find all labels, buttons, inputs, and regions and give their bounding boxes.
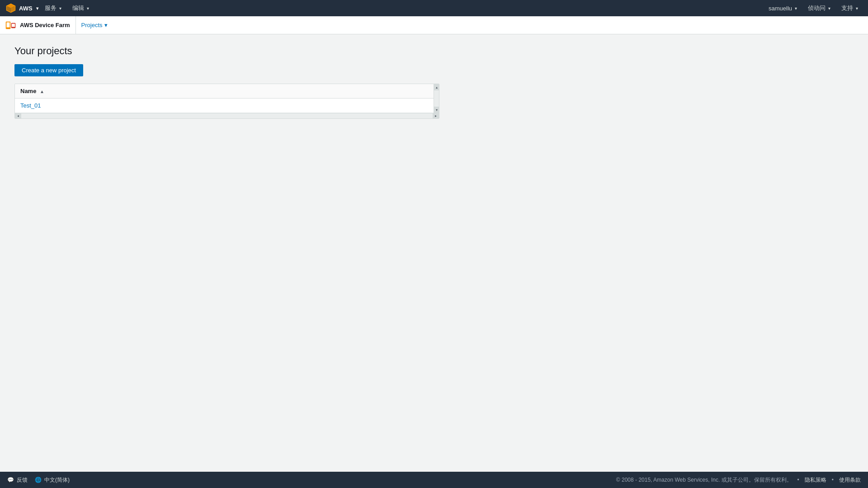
lang-label: 中文(简体) (44, 476, 70, 484)
feedback-button[interactable]: 💬 反馈 (7, 476, 28, 484)
services-menu[interactable]: 服务 ▾ (40, 0, 66, 16)
aws-home-link[interactable]: AWS ▾ (5, 3, 38, 14)
projects-table-inner: Name ▲ Test_01 (15, 84, 439, 113)
edit-label: 编辑 (72, 4, 84, 12)
notifications-menu[interactable]: 侦动问 ▾ (803, 0, 835, 16)
svg-rect-9 (12, 23, 15, 27)
aws-label: AWS (19, 5, 33, 12)
svg-rect-7 (7, 28, 9, 28)
device-farm-icon (5, 20, 16, 31)
scroll-up-button[interactable]: ▴ (434, 84, 439, 90)
services-chevron-icon: ▾ (59, 6, 61, 11)
table-body: Test_01 (15, 99, 439, 113)
scroll-right-button[interactable]: ▸ (433, 113, 439, 119)
breadcrumb-chevron-icon: ▾ (104, 22, 108, 28)
notifications-label: 侦动问 (808, 4, 826, 12)
svg-rect-6 (7, 22, 10, 27)
main-content: Your projects Create a new project Name … (0, 34, 868, 472)
user-label: samuellu (769, 5, 792, 12)
aws-chevron-icon: ▾ (36, 6, 38, 11)
top-nav-left: AWS ▾ 服务 ▾ 编辑 ▾ (5, 0, 94, 16)
secondary-navigation: AWS Device Farm Projects ▾ (0, 16, 868, 34)
brand-name: AWS Device Farm (20, 22, 70, 28)
language-selector[interactable]: 🌐 中文(简体) (35, 476, 70, 484)
horizontal-scrollbar: ◂ ▸ (15, 113, 439, 118)
breadcrumb-projects[interactable]: Projects ▾ (76, 16, 113, 34)
projects-table-container: Name ▲ Test_01 (14, 84, 439, 119)
footer: 💬 反馈 🌐 中文(简体) © 2008 - 2015, Amazon Web … (0, 472, 868, 488)
project-link[interactable]: Test_01 (20, 102, 41, 109)
edit-chevron-icon: ▾ (87, 6, 89, 11)
aws-logo-icon (5, 3, 16, 14)
notifications-chevron-icon: ▾ (828, 6, 830, 11)
user-menu[interactable]: samuellu ▾ (764, 0, 802, 16)
footer-left: 💬 反馈 🌐 中文(简体) (7, 476, 70, 484)
privacy-link[interactable]: 隐私策略 (805, 476, 826, 484)
table-header-row: Name ▲ (15, 84, 439, 99)
sort-asc-icon: ▲ (40, 89, 44, 94)
feedback-label: 反馈 (17, 476, 28, 484)
create-new-project-button[interactable]: Create a new project (14, 64, 83, 76)
footer-separator-2: • (832, 477, 834, 483)
table-row: Test_01 (15, 99, 439, 113)
copyright-text: © 2008 - 2015, Amazon Web Services, Inc.… (616, 476, 792, 484)
scroll-track-vertical (434, 90, 439, 107)
scroll-down-button[interactable]: ▾ (434, 107, 439, 113)
services-label: 服务 (45, 4, 57, 12)
vertical-scrollbar: ▴ ▾ (434, 84, 439, 113)
support-chevron-icon: ▾ (856, 6, 858, 11)
footer-right: © 2008 - 2015, Amazon Web Services, Inc.… (616, 476, 861, 484)
top-navigation: AWS ▾ 服务 ▾ 编辑 ▾ samuellu ▾ 侦动问 ▾ 支持 ▾ (0, 0, 868, 16)
support-menu[interactable]: 支持 ▾ (837, 0, 863, 16)
top-nav-right: samuellu ▾ 侦动问 ▾ 支持 ▾ (764, 0, 863, 16)
name-column-header[interactable]: Name ▲ (15, 84, 439, 99)
footer-separator-1: • (797, 477, 799, 483)
breadcrumb-label: Projects (81, 22, 103, 28)
scroll-thumb-area (21, 113, 433, 119)
support-label: 支持 (841, 4, 853, 12)
project-name-cell: Test_01 (15, 99, 439, 113)
user-chevron-icon: ▾ (795, 6, 797, 11)
feedback-icon: 💬 (7, 477, 14, 483)
brand-link[interactable]: AWS Device Farm (5, 16, 76, 34)
terms-link[interactable]: 使用条款 (839, 476, 861, 484)
edit-menu[interactable]: 编辑 ▾ (68, 0, 94, 16)
page-title: Your projects (14, 45, 854, 57)
projects-table: Name ▲ Test_01 (15, 84, 439, 113)
scroll-left-button[interactable]: ◂ (15, 113, 21, 119)
svg-rect-10 (12, 28, 14, 28)
globe-icon: 🌐 (35, 477, 42, 483)
